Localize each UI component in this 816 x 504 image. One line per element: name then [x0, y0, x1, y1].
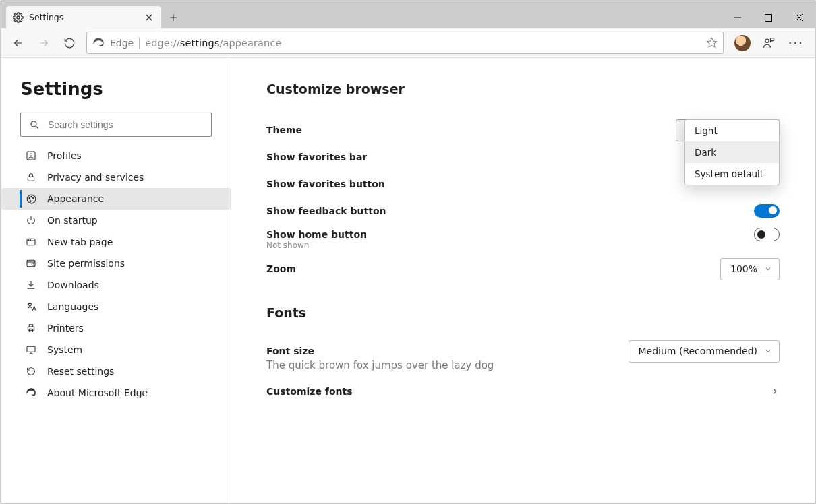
sidebar-item-printers[interactable]: Printers: [1, 317, 231, 339]
svg-point-9: [29, 197, 30, 198]
reset-icon: [26, 366, 38, 377]
customize-fonts-label: Customize fonts: [266, 386, 353, 397]
search-settings[interactable]: [20, 113, 212, 137]
sidebar-item-profiles[interactable]: Profiles: [1, 145, 231, 166]
url-text: edge://settings/appearance: [145, 38, 281, 49]
tab-strip: Settings ×: [1, 1, 185, 28]
download-icon: [26, 280, 38, 290]
font-size-label: Font size: [266, 346, 314, 356]
system-icon: [26, 344, 38, 355]
theme-menu: Light Dark System default: [684, 119, 780, 185]
forward-button[interactable]: [31, 30, 57, 56]
addr-scheme-label: Edge: [110, 38, 134, 49]
sidebar-item-languages[interactable]: Languages: [1, 296, 231, 317]
edge-icon: [26, 387, 38, 398]
power-icon: [26, 215, 38, 226]
profile-avatar[interactable]: [734, 35, 751, 51]
sidebar-item-reset[interactable]: Reset settings: [1, 360, 231, 382]
row-feedback: Show feedback button: [266, 197, 780, 224]
theme-option-system[interactable]: System default: [685, 163, 779, 185]
show-home-sub: Not shown: [266, 241, 780, 250]
svg-point-4: [31, 121, 36, 127]
svg-point-6: [30, 154, 32, 156]
maximize-button[interactable]: [753, 7, 784, 28]
search-input[interactable]: [47, 119, 204, 131]
svg-point-14: [32, 263, 34, 265]
svg-point-0: [17, 16, 20, 19]
sidebar-item-startup[interactable]: On startup: [1, 210, 231, 231]
theme-label: Theme: [266, 125, 302, 135]
svg-rect-15: [28, 327, 34, 330]
profile-icon: [26, 150, 38, 161]
show-feedback-label: Show feedback button: [266, 206, 386, 216]
sidebar: Settings Profiles Privacy and services A…: [1, 59, 231, 503]
chevron-down-icon: [764, 347, 772, 355]
sidebar-item-privacy[interactable]: Privacy and services: [1, 166, 231, 188]
section-customize: Customize browser: [266, 82, 780, 96]
show-home-label: Show home button: [266, 229, 367, 240]
close-tab-button[interactable]: ×: [144, 12, 154, 23]
main-panel: Customize browser Theme System default S…: [231, 59, 815, 503]
chevron-right-icon: [770, 387, 780, 396]
favorite-star-icon[interactable]: [706, 37, 718, 49]
sidebar-item-system[interactable]: System: [1, 339, 231, 360]
home-toggle[interactable]: [754, 228, 780, 241]
svg-marker-2: [707, 38, 716, 46]
font-size-dropdown[interactable]: Medium (Recommended): [629, 340, 780, 363]
printer-icon: [26, 323, 38, 334]
edge-logo-icon: [92, 37, 105, 49]
settings-nav: Profiles Privacy and services Appearance…: [20, 145, 212, 404]
theme-option-dark[interactable]: Dark: [685, 141, 779, 163]
show-fav-bar-label: Show favorites bar: [266, 152, 367, 162]
person-feedback-icon[interactable]: [756, 30, 782, 56]
zoom-label: Zoom: [266, 263, 296, 274]
lock-icon: [26, 172, 38, 183]
window-controls: [722, 7, 815, 28]
svg-rect-17: [27, 346, 35, 352]
chevron-down-icon: [764, 265, 772, 273]
toolbar: Edge edge://settings/appearance ···: [1, 28, 815, 58]
feedback-toggle[interactable]: [754, 204, 780, 218]
titlebar: Settings ×: [1, 1, 815, 28]
tab-title: Settings: [29, 12, 144, 22]
svg-point-3: [765, 39, 769, 42]
permissions-icon: [26, 258, 38, 269]
browser-tab[interactable]: Settings ×: [6, 6, 161, 28]
page-title: Settings: [20, 79, 212, 99]
new-tab-button[interactable]: [161, 6, 185, 28]
sidebar-item-permissions[interactable]: Site permissions: [1, 253, 231, 274]
more-menu-button[interactable]: ···: [782, 36, 811, 50]
search-icon: [29, 119, 47, 130]
show-fav-btn-label: Show favorites button: [266, 179, 385, 189]
refresh-button[interactable]: [57, 30, 82, 56]
language-icon: [26, 301, 38, 313]
theme-option-light[interactable]: Light: [685, 120, 779, 141]
zoom-dropdown[interactable]: 100%: [720, 258, 780, 280]
sidebar-item-newtab[interactable]: New tab page: [1, 231, 231, 253]
row-zoom: Zoom 100%: [266, 255, 780, 282]
svg-rect-12: [27, 239, 35, 245]
close-window-button[interactable]: [784, 7, 815, 28]
sidebar-item-appearance[interactable]: Appearance: [1, 188, 231, 210]
addr-separator: [139, 37, 140, 49]
svg-rect-1: [765, 14, 771, 21]
sidebar-item-downloads[interactable]: Downloads: [1, 274, 231, 296]
svg-rect-7: [28, 177, 34, 181]
sidebar-item-about[interactable]: About Microsoft Edge: [1, 382, 231, 404]
back-button[interactable]: [5, 30, 31, 56]
palette-icon: [26, 193, 38, 205]
svg-point-11: [33, 197, 34, 198]
minimize-button[interactable]: [722, 7, 753, 28]
address-bar[interactable]: Edge edge://settings/appearance: [86, 32, 724, 54]
row-customize-fonts[interactable]: Customize fonts: [266, 378, 780, 405]
gear-icon: [13, 12, 24, 23]
newtab-icon: [26, 237, 38, 247]
section-fonts: Fonts: [266, 305, 780, 320]
svg-point-10: [31, 196, 32, 197]
